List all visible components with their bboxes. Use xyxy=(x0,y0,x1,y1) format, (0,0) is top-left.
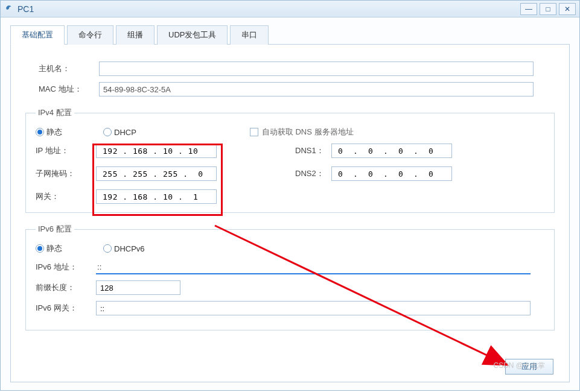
app-window: PC1 — □ ✕ 基础配置 命令行 组播 UDP发包工具 串口 主机名： MA… xyxy=(0,0,580,391)
app-icon xyxy=(4,4,14,14)
gw-input[interactable] xyxy=(96,189,217,204)
ip-input[interactable] xyxy=(96,144,217,158)
window-title: PC1 xyxy=(18,4,34,14)
tab-basic[interactable]: 基础配置 xyxy=(10,25,65,45)
tab-udp[interactable]: UDP发包工具 xyxy=(157,25,228,45)
close-button[interactable]: ✕ xyxy=(559,3,576,15)
ipv4-group: IPv4 配置 静态 DHCP 自动获取 DNS 服务器地址 xyxy=(25,107,555,213)
ipv6-gw-input[interactable] xyxy=(96,301,531,315)
ip-label: IP 地址： xyxy=(36,145,96,156)
ipv4-static-label: 静态 xyxy=(46,127,62,138)
apply-button-label: 应用 xyxy=(521,361,537,372)
mac-value: 54-89-98-8C-32-5A xyxy=(99,82,534,96)
ipv6-dhcp-label: DHCPv6 xyxy=(114,244,145,253)
mask-input[interactable] xyxy=(96,166,217,181)
config-panel: 主机名： MAC 地址： 54-89-98-8C-32-5A IPv4 配置 静… xyxy=(10,45,570,382)
tab-multicast[interactable]: 组播 xyxy=(116,25,155,45)
ipv4-legend: IPv4 配置 xyxy=(36,107,74,118)
auto-dns-checkbox[interactable]: 自动获取 DNS 服务器地址 xyxy=(250,127,354,138)
ipv6-prefix-input[interactable] xyxy=(96,280,180,295)
dns2-input[interactable] xyxy=(331,166,452,181)
ipv4-dhcp-label: DHCP xyxy=(114,128,136,137)
content-area: 基础配置 命令行 组播 UDP发包工具 串口 主机名： MAC 地址： 54-8… xyxy=(1,17,579,390)
ipv6-dhcp-radio[interactable]: DHCPv6 xyxy=(103,244,145,253)
tab-cmd[interactable]: 命令行 xyxy=(67,25,113,45)
dns1-input[interactable] xyxy=(331,144,452,158)
ipv6-prefix-label: 前缀长度： xyxy=(36,282,96,293)
titlebar: PC1 — □ ✕ xyxy=(1,1,579,17)
mac-label: MAC 地址： xyxy=(39,84,99,95)
minimize-button[interactable]: — xyxy=(520,3,537,15)
ipv6-group: IPv6 配置 静态 DHCPv6 IPv6 地址： 前缀长 xyxy=(25,224,555,330)
ipv6-static-radio[interactable]: 静态 xyxy=(36,243,62,254)
maximize-button[interactable]: □ xyxy=(540,3,556,15)
auto-dns-label: 自动获取 DNS 服务器地址 xyxy=(262,127,354,138)
ipv6-static-label: 静态 xyxy=(46,243,62,254)
ipv6-addr-input[interactable] xyxy=(96,260,531,274)
tab-serial[interactable]: 串口 xyxy=(230,25,269,45)
mask-label: 子网掩码： xyxy=(36,168,96,179)
ipv6-legend: IPv6 配置 xyxy=(36,224,74,235)
ipv6-addr-label: IPv6 地址： xyxy=(36,262,96,273)
ipv4-static-radio[interactable]: 静态 xyxy=(36,127,62,138)
hostname-input[interactable] xyxy=(99,62,534,76)
gw-label: 网关： xyxy=(36,191,96,202)
tabstrip: 基础配置 命令行 组播 UDP发包工具 串口 xyxy=(10,25,570,45)
ipv4-dhcp-radio[interactable]: DHCP xyxy=(103,128,136,137)
hostname-label: 主机名： xyxy=(39,63,99,74)
ipv6-gw-label: IPv6 网关： xyxy=(36,303,96,314)
apply-button[interactable]: 应用 xyxy=(505,359,553,375)
